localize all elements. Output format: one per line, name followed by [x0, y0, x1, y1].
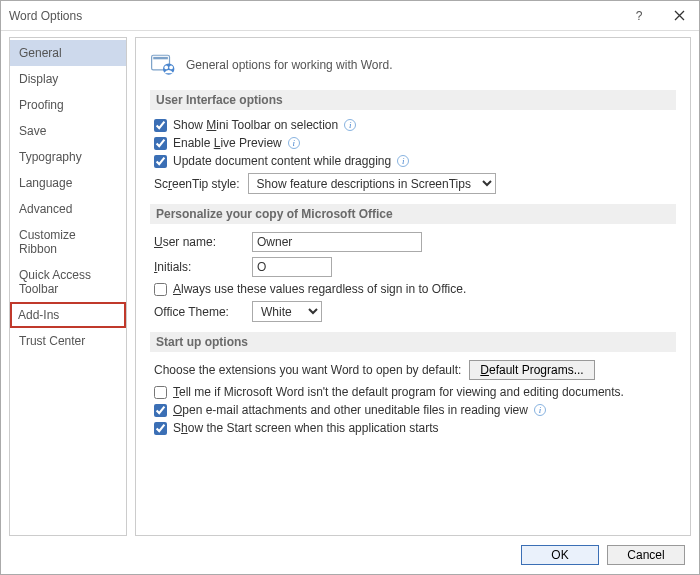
label-username: User name: [154, 235, 244, 249]
close-button[interactable] [659, 1, 699, 31]
sidebar-item-general[interactable]: General [10, 40, 126, 66]
select-screentip-style[interactable]: Show feature descriptions in ScreenTips [248, 173, 496, 194]
input-username[interactable] [252, 232, 422, 252]
label-office-theme: Office Theme: [154, 305, 244, 319]
row-live-preview: Enable Live Preview i [154, 136, 676, 150]
checkbox-always-use-values[interactable] [154, 283, 167, 296]
sidebar-item-label: Add-Ins [18, 308, 59, 322]
label-screentip-style: ScreenTip style: [154, 177, 240, 191]
label-live-preview: Enable Live Preview [173, 136, 282, 150]
sidebar-item-label: Proofing [19, 98, 64, 112]
sidebar-item-add-ins[interactable]: Add-Ins [10, 302, 126, 328]
label-update-dragging: Update document content while dragging [173, 154, 391, 168]
info-icon[interactable]: i [288, 137, 300, 149]
page-header-text: General options for working with Word. [186, 58, 393, 72]
checkbox-tell-me-default[interactable] [154, 386, 167, 399]
sidebar-item-label: Customize Ribbon [19, 228, 76, 256]
label-show-mini-toolbar: Show Mini Toolbar on selection [173, 118, 338, 132]
checkbox-open-email-attachments[interactable] [154, 404, 167, 417]
window-title: Word Options [9, 9, 619, 23]
info-icon[interactable]: i [397, 155, 409, 167]
section-title-personalize: Personalize your copy of Microsoft Offic… [150, 204, 676, 224]
label-tell-me-default: Tell me if Microsoft Word isn't the defa… [173, 385, 624, 399]
row-update-dragging: Update document content while dragging i [154, 154, 676, 168]
sidebar-item-label: Display [19, 72, 58, 86]
checkbox-live-preview[interactable] [154, 137, 167, 150]
ok-button[interactable]: OK [521, 545, 599, 565]
label-show-start-screen: Show the Start screen when this applicat… [173, 421, 439, 435]
dialog-body: General Display Proofing Save Typography… [1, 31, 699, 536]
sidebar-item-typography[interactable]: Typography [10, 144, 126, 170]
label-initials: Initials: [154, 260, 244, 274]
sidebar-item-trust-center[interactable]: Trust Center [10, 328, 126, 354]
row-tell-me-default: Tell me if Microsoft Word isn't the defa… [154, 385, 676, 399]
row-office-theme: Office Theme: White [154, 301, 676, 322]
sidebar-item-label: Quick Access Toolbar [19, 268, 91, 296]
section-title-startup: Start up options [150, 332, 676, 352]
sidebar-item-label: Save [19, 124, 46, 138]
label-always-use-values: Always use these values regardless of si… [173, 282, 466, 296]
sidebar-item-label: Advanced [19, 202, 72, 216]
row-always-use-values: Always use these values regardless of si… [154, 282, 676, 296]
row-default-programs: Choose the extensions you want Word to o… [154, 360, 676, 380]
row-screentip-style: ScreenTip style: Show feature descriptio… [154, 173, 676, 194]
sidebar-item-save[interactable]: Save [10, 118, 126, 144]
sidebar-item-label: Typography [19, 150, 82, 164]
sidebar-item-language[interactable]: Language [10, 170, 126, 196]
cancel-button[interactable]: Cancel [607, 545, 685, 565]
button-default-programs[interactable]: Default Programs... [469, 360, 594, 380]
titlebar: Word Options ? [1, 1, 699, 31]
content-panel: General options for working with Word. U… [135, 37, 691, 536]
sidebar-item-label: Trust Center [19, 334, 85, 348]
svg-point-4 [169, 66, 173, 70]
checkbox-update-dragging[interactable] [154, 155, 167, 168]
info-icon[interactable]: i [344, 119, 356, 131]
help-button[interactable]: ? [619, 1, 659, 31]
sidebar-item-proofing[interactable]: Proofing [10, 92, 126, 118]
row-username: User name: [154, 232, 676, 252]
close-icon [674, 10, 685, 21]
category-sidebar: General Display Proofing Save Typography… [9, 37, 127, 536]
svg-point-3 [164, 66, 168, 70]
sidebar-item-label: General [19, 46, 62, 60]
svg-rect-1 [153, 57, 168, 59]
sidebar-item-display[interactable]: Display [10, 66, 126, 92]
row-show-mini-toolbar: Show Mini Toolbar on selection i [154, 118, 676, 132]
checkbox-show-start-screen[interactable] [154, 422, 167, 435]
row-open-email-attachments: Open e-mail attachments and other unedit… [154, 403, 676, 417]
info-icon[interactable]: i [534, 404, 546, 416]
page-header: General options for working with Word. [150, 52, 676, 78]
checkbox-show-mini-toolbar[interactable] [154, 119, 167, 132]
row-initials: Initials: [154, 257, 676, 277]
label-choose-extensions: Choose the extensions you want Word to o… [154, 363, 461, 377]
help-icon: ? [636, 9, 643, 23]
sidebar-item-advanced[interactable]: Advanced [10, 196, 126, 222]
section-title-ui: User Interface options [150, 90, 676, 110]
general-options-icon [150, 52, 176, 78]
label-open-email-attachments: Open e-mail attachments and other unedit… [173, 403, 528, 417]
sidebar-item-label: Language [19, 176, 72, 190]
input-initials[interactable] [252, 257, 332, 277]
sidebar-item-customize-ribbon[interactable]: Customize Ribbon [10, 222, 126, 262]
sidebar-item-quick-access-toolbar[interactable]: Quick Access Toolbar [10, 262, 126, 302]
row-show-start-screen: Show the Start screen when this applicat… [154, 421, 676, 435]
select-office-theme[interactable]: White [252, 301, 322, 322]
dialog-footer: OK Cancel [1, 536, 699, 574]
word-options-dialog: Word Options ? General Display Proofing … [0, 0, 700, 575]
